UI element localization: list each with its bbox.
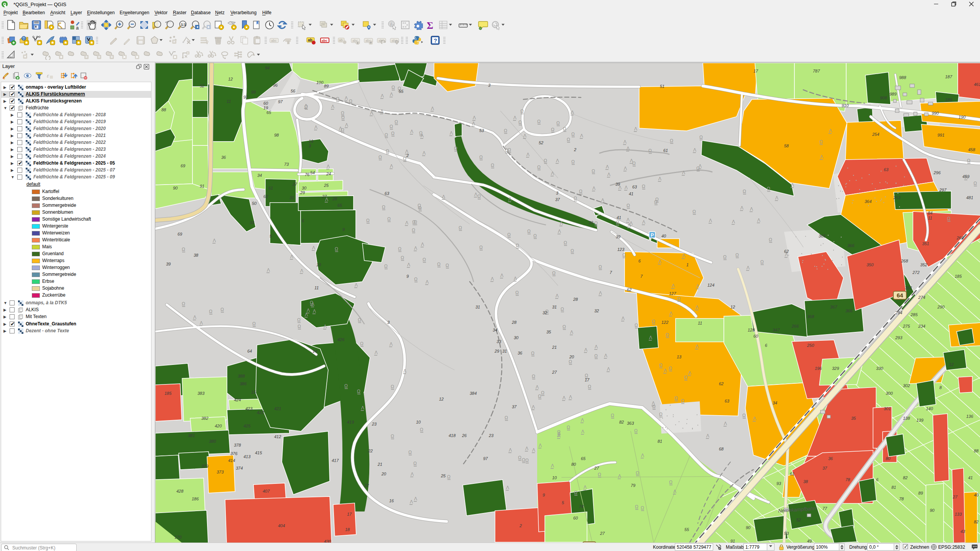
svg-text:3: 3 — [309, 144, 311, 148]
svg-text:Λ: Λ — [514, 276, 517, 281]
svg-text:294: 294 — [895, 310, 902, 315]
svg-text:Ω: Ω — [592, 168, 595, 174]
svg-text:Λ: Λ — [509, 447, 512, 453]
svg-text:Λ: Λ — [601, 198, 604, 203]
svg-text:82: 82 — [974, 520, 978, 524]
svg-text:Ω: Ω — [525, 458, 529, 463]
svg-text:Λ: Λ — [314, 125, 317, 130]
svg-text:Ω: Ω — [552, 271, 556, 276]
svg-text:81: 81 — [891, 485, 896, 490]
svg-text:293: 293 — [895, 335, 903, 340]
svg-text:6: 6 — [302, 218, 304, 223]
svg-text:77: 77 — [822, 506, 827, 511]
svg-text:25: 25 — [441, 473, 446, 478]
svg-text:10: 10 — [416, 420, 421, 424]
svg-text:Ω: Ω — [518, 120, 522, 125]
svg-text:412: 412 — [274, 434, 281, 439]
svg-text:Λ: Λ — [592, 186, 595, 191]
svg-text:Λ: Λ — [747, 265, 750, 271]
svg-text:458: 458 — [968, 147, 975, 152]
svg-text:297: 297 — [939, 188, 947, 192]
svg-text:88: 88 — [974, 449, 979, 453]
svg-text:418: 418 — [449, 433, 456, 438]
svg-text:Ω: Ω — [504, 128, 507, 134]
svg-text:34: 34 — [493, 328, 497, 332]
svg-text:12: 12 — [439, 397, 444, 401]
svg-text:Ω: Ω — [398, 246, 401, 252]
svg-text:Ω: Ω — [819, 139, 823, 145]
svg-text:Ω: Ω — [459, 225, 462, 231]
svg-text:Ω: Ω — [652, 319, 655, 324]
svg-text:2: 2 — [519, 523, 522, 528]
svg-text:97: 97 — [243, 95, 248, 99]
svg-text:54: 54 — [310, 170, 315, 175]
svg-text:Λ: Λ — [361, 405, 364, 411]
svg-text:Ω: Ω — [616, 220, 619, 225]
svg-text:Λ: Λ — [426, 279, 429, 285]
svg-text:908: 908 — [880, 96, 887, 100]
svg-text:89: 89 — [324, 84, 329, 88]
svg-text:481: 481 — [966, 195, 973, 200]
svg-text:Λ: Λ — [345, 96, 348, 101]
svg-text:60: 60 — [753, 334, 758, 338]
svg-text:Ω: Ω — [454, 146, 457, 151]
svg-text:Ω: Ω — [967, 158, 970, 163]
svg-text:122: 122 — [661, 320, 668, 325]
svg-text:Ω: Ω — [696, 166, 700, 171]
svg-text:Λ: Λ — [193, 315, 196, 320]
svg-text:52: 52 — [796, 518, 801, 522]
svg-text:Ω: Ω — [947, 216, 950, 221]
svg-text:Ω: Ω — [598, 472, 601, 477]
svg-text:Ω: Ω — [767, 186, 770, 191]
svg-text:Ω: Ω — [391, 131, 395, 136]
svg-text:Λ: Λ — [403, 368, 406, 374]
svg-text:43: 43 — [960, 529, 965, 534]
svg-text:10: 10 — [316, 262, 321, 267]
svg-text:40: 40 — [661, 234, 666, 238]
svg-text:419: 419 — [347, 420, 354, 424]
svg-text:Λ: Λ — [641, 453, 644, 458]
svg-text:i: i — [390, 21, 392, 27]
svg-text:Ω: Ω — [562, 324, 566, 330]
svg-text:14: 14 — [312, 349, 317, 353]
svg-text:21: 21 — [377, 462, 382, 467]
svg-text:329: 329 — [832, 366, 839, 371]
svg-text:Ω: Ω — [382, 205, 385, 210]
svg-text:34: 34 — [773, 401, 777, 405]
svg-text:28: 28 — [573, 297, 578, 302]
svg-text:Ω: Ω — [366, 218, 370, 223]
svg-text:Λ: Λ — [411, 472, 414, 477]
svg-text:Ω: Ω — [507, 232, 511, 238]
svg-text:Λ: Λ — [607, 366, 610, 372]
svg-text:Λ: Λ — [626, 217, 630, 223]
svg-text:Λ: Λ — [523, 133, 526, 139]
svg-text:ab: ab — [308, 38, 312, 42]
svg-text:11: 11 — [314, 285, 319, 290]
svg-text:Ω: Ω — [626, 203, 630, 208]
svg-text:Λ: Λ — [584, 485, 587, 490]
svg-text:Λ: Λ — [370, 111, 373, 116]
svg-text:Ω: Ω — [588, 384, 591, 389]
svg-text:Ω: Ω — [412, 219, 416, 225]
svg-text:80: 80 — [886, 456, 891, 461]
svg-text:27: 27 — [594, 466, 599, 470]
svg-text:20: 20 — [381, 472, 386, 476]
svg-text:407: 407 — [263, 489, 270, 493]
svg-text:61: 61 — [268, 186, 273, 190]
svg-text:62: 62 — [719, 381, 723, 386]
svg-text:35: 35 — [851, 416, 856, 421]
svg-text:Λ: Λ — [450, 130, 453, 136]
svg-text:Ω: Ω — [508, 147, 511, 153]
svg-text:Λ: Λ — [649, 335, 652, 340]
svg-text:Λ: Λ — [421, 133, 424, 139]
svg-text:Ω: Ω — [220, 307, 224, 312]
svg-text:170: 170 — [174, 535, 182, 539]
svg-text:1:1: 1:1 — [181, 23, 186, 26]
svg-text:Ω: Ω — [412, 228, 415, 233]
svg-text:68: 68 — [719, 447, 724, 451]
svg-text:187: 187 — [945, 74, 952, 79]
svg-text:Λ: Λ — [607, 172, 610, 177]
svg-text:Λ: Λ — [390, 341, 393, 347]
svg-text:12: 12 — [949, 362, 954, 367]
svg-text:Ω: Ω — [414, 277, 418, 282]
